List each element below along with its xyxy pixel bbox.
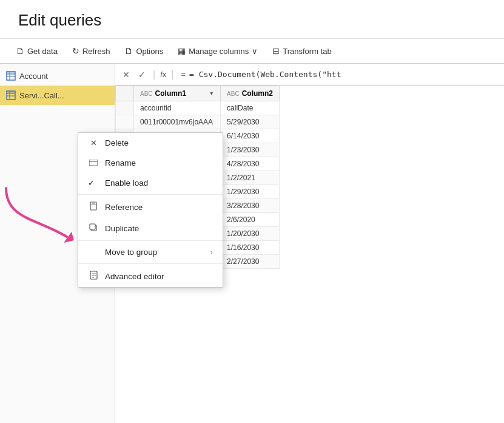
svg-rect-9 [7, 91, 15, 93]
col1-filter-button[interactable]: ▼ [209, 90, 214, 96]
duplicate-icon [88, 223, 99, 234]
service-call-label: Servi...Call... [19, 91, 64, 100]
transform-icon: ⊟ [272, 46, 280, 56]
svg-rect-4 [7, 72, 15, 74]
formula-bar: ✕ ✓ | fx | = = Csv.Document(Web.Contents… [115, 64, 504, 86]
col2-cell: 3/28/2030 [221, 199, 280, 213]
rename-label: Rename [105, 158, 136, 168]
rename-icon [88, 158, 99, 168]
table-row: 0011r00001mv6joAAA5/29/2030 [116, 115, 280, 129]
table-icon-account [6, 71, 16, 81]
ctx-divider-2 [78, 240, 223, 241]
row-number [116, 101, 134, 115]
options-icon: 🗋 [124, 46, 133, 56]
col1-type: ABC [140, 90, 153, 97]
main-content: Account Servi...Call... ✕ ✓ | fx | = = C… [0, 64, 504, 423]
col2-cell: 5/29/2030 [221, 115, 280, 129]
ctx-divider-1 [78, 194, 223, 195]
title-area: Edit queries [0, 0, 504, 39]
ctx-enable-load[interactable]: ✓ Enable load [78, 173, 223, 193]
move-to-group-arrow: › [210, 248, 213, 257]
refresh-icon: ↻ [72, 46, 79, 56]
manage-columns-icon: ▦ [178, 46, 186, 56]
ctx-duplicate[interactable]: Duplicate [78, 218, 223, 239]
row-num-header [116, 86, 134, 101]
manage-columns-chevron: ∨ [252, 47, 258, 56]
svg-rect-10 [89, 160, 98, 166]
toolbar: 🗋 Get data ↻ Refresh 🗋 Options ▦ Manage … [0, 39, 504, 64]
svg-rect-16 [90, 224, 95, 229]
cancel-formula-button[interactable]: ✕ [120, 69, 132, 81]
col1-label: Column1 [155, 89, 186, 98]
col2-cell: 1/23/2030 [221, 143, 280, 157]
col2-cell: 1/20/2030 [221, 227, 280, 241]
advanced-editor-label: Advanced editor [105, 272, 164, 281]
get-data-button[interactable]: 🗋 Get data [10, 42, 64, 59]
col1-cell: 0011r00001mv6joAAA [134, 115, 221, 129]
move-to-group-label: Move to group [105, 248, 157, 257]
refresh-button[interactable]: ↻ Refresh [66, 42, 116, 59]
context-menu: ✕ Delete Rename ✓ Enable load Reference … [78, 132, 223, 288]
col2-cell: 2/6/2020 [221, 213, 280, 227]
page-title: Edit queries [18, 11, 486, 30]
table-row: accountidcallDate [116, 101, 280, 115]
delete-label: Delete [105, 138, 129, 147]
transform-button[interactable]: ⊟ Transform tab [266, 42, 337, 59]
function-icon: fx [160, 70, 166, 79]
svg-rect-14 [92, 202, 95, 204]
reference-label: Reference [105, 203, 143, 212]
column2-header[interactable]: ABC Column2 [221, 86, 280, 101]
get-data-icon: 🗋 [16, 46, 24, 56]
table-icon-service-call [6, 90, 16, 100]
delete-icon: ✕ [88, 138, 99, 147]
col2-cell: callDate [221, 101, 280, 115]
svg-rect-17 [90, 271, 97, 279]
ctx-advanced-editor[interactable]: Advanced editor [78, 265, 223, 287]
enable-load-check: ✓ [88, 178, 99, 188]
col1-cell: accountid [134, 101, 221, 115]
col2-cell: 2/27/2030 [221, 255, 280, 269]
col2-cell: 1/16/2030 [221, 241, 280, 255]
col2-label: Column2 [242, 89, 273, 98]
col2-type: ABC [227, 90, 240, 97]
formula-content: = Csv.Document(Web.Contents("htt [189, 70, 341, 79]
col2-cell: 6/14/2030 [221, 129, 280, 143]
manage-columns-button[interactable]: ▦ Manage columns ∨ [172, 42, 264, 59]
col2-cell: 1/29/2030 [221, 185, 280, 199]
formula-eq: | [171, 69, 173, 80]
col2-cell: 4/28/2030 [221, 157, 280, 171]
query-item-service-call[interactable]: Servi...Call... [0, 86, 115, 105]
ctx-divider-3 [78, 263, 223, 264]
options-button[interactable]: 🗋 Options [118, 42, 169, 59]
advanced-editor-icon [88, 271, 99, 282]
account-label: Account [19, 72, 48, 81]
confirm-formula-button[interactable]: ✓ [136, 69, 148, 81]
ctx-reference[interactable]: Reference [78, 196, 223, 218]
ctx-delete[interactable]: ✕ Delete [78, 133, 223, 153]
formula-equals: = [181, 70, 186, 79]
query-item-account[interactable]: Account [0, 66, 115, 86]
reference-icon [88, 201, 99, 212]
row-number [116, 115, 134, 129]
enable-load-label: Enable load [105, 178, 148, 188]
column1-header[interactable]: ABC Column1 ▼ [134, 86, 221, 101]
formula-separator: | [153, 69, 155, 80]
duplicate-label: Duplicate [105, 224, 139, 233]
ctx-rename[interactable]: Rename [78, 153, 223, 173]
col2-cell: 1/2/2021 [221, 171, 280, 185]
ctx-move-to-group[interactable]: Move to group › [78, 242, 223, 262]
